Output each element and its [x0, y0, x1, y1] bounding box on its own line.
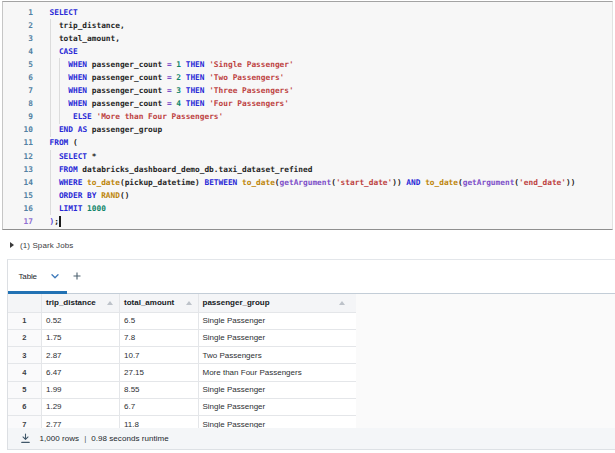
line-number: 4	[3, 45, 33, 58]
code-token-pl: ))	[392, 178, 406, 187]
code-line: FROM databricks_dashboard_demo_db.taxi_d…	[50, 163, 613, 176]
code-token-pl: passenger_group	[87, 125, 162, 134]
code-token-str: 'More than Four Passengers'	[96, 112, 223, 121]
results-table-wrap: trip_distancetotal_amountpassenger_group…	[8, 294, 357, 429]
code-token-pl: ))	[566, 178, 575, 187]
code-token-pl: *	[87, 152, 96, 161]
code-token-kw: END	[59, 125, 73, 134]
code-token-kw: AS	[78, 125, 87, 134]
text-cursor	[59, 216, 60, 227]
column-header-trip_distance[interactable]: trip_distance	[42, 294, 120, 312]
code-token-kw: BETWEEN	[204, 178, 237, 187]
sort-icon[interactable]	[186, 301, 192, 305]
code-line: SELECT	[50, 6, 613, 19]
code-token-fn: to_date	[242, 178, 275, 187]
table-cell: 2.87	[42, 347, 120, 364]
table-cell: Single Passenger	[198, 329, 356, 346]
code-line: LIMIT 1000	[50, 202, 613, 215]
line-number: 15	[3, 189, 33, 202]
column-header-label: passenger_group	[203, 298, 270, 307]
line-number: 10	[3, 123, 33, 136]
line-number: 1	[3, 6, 33, 19]
footer-separator: |	[84, 434, 86, 443]
table-cell: Single Passenger	[198, 381, 356, 398]
code-token-pl: (pickup_datetime)	[120, 178, 205, 187]
code-token-kw: FROM	[59, 165, 78, 174]
code-token-fn: to_date	[425, 178, 458, 187]
chevron-down-icon[interactable]	[51, 274, 59, 279]
column-header-total_amount[interactable]: total_amount	[120, 294, 199, 312]
column-header-label: total_amount	[124, 298, 174, 307]
spark-jobs-toggle[interactable]: (1) Spark Jobs	[0, 241, 73, 250]
code-line: trip_distance,	[50, 19, 613, 32]
code-line: WHEN passenger_count = 2 THEN 'Two Passe…	[50, 71, 613, 84]
line-number: 16	[3, 202, 33, 215]
table-row: 46.4727.15More than Four Passengers	[8, 364, 357, 381]
row-index-cell: 3	[8, 347, 42, 364]
runtime-label: 0.98 seconds runtime	[91, 434, 169, 443]
code-line: FROM (	[50, 136, 613, 149]
code-token-kw: FROM	[50, 138, 69, 147]
code-token-kw: WHEN	[68, 86, 87, 95]
indent-guide	[50, 19, 51, 137]
table-corner-cell	[8, 294, 42, 312]
sql-code-editor[interactable]: 1234567891011121314151617 SELECT trip_di…	[2, 1, 613, 230]
results-table: trip_distancetotal_amountpassenger_group…	[8, 294, 357, 429]
line-number: 14	[3, 176, 33, 189]
table-row: 61.296.7Single Passenger	[8, 398, 357, 415]
collapsed-caret-icon	[10, 242, 14, 248]
spark-jobs-row: (1) Spark Jobs	[0, 232, 615, 260]
table-cell: 6.7	[120, 398, 199, 415]
add-visualization-button[interactable]	[68, 260, 86, 292]
column-header-passenger_group[interactable]: passenger_group	[198, 294, 356, 312]
code-line: WHEN passenger_count = 1 THEN 'Single Pa…	[50, 58, 613, 71]
code-area[interactable]: SELECT trip_distance, total_amount, CASE…	[50, 6, 613, 229]
code-token-kw: WHEN	[68, 99, 87, 108]
code-token-fn: RAND	[101, 191, 120, 200]
code-token-pl: ;	[54, 217, 59, 226]
code-line: ORDER BY RAND()	[50, 189, 613, 202]
row-index-cell: 4	[8, 364, 42, 381]
line-number: 6	[3, 71, 33, 84]
results-footer-text: 1,000 rows | 0.98 seconds runtime	[40, 434, 169, 443]
code-token-pl	[50, 112, 73, 121]
code-token-str: 'Two Passengers'	[209, 73, 284, 82]
table-cell: 27.15	[120, 364, 199, 381]
code-line: total_amount,	[50, 32, 613, 45]
code-token-num: 1000	[87, 204, 106, 213]
code-token-kw: ORDER	[59, 191, 82, 200]
table-row: 10.526.5Single Passenger	[8, 312, 357, 329]
code-token-str: 'Four Passengers'	[209, 99, 289, 108]
sort-icon[interactable]	[107, 301, 113, 305]
table-row: 51.998.55Single Passenger	[8, 381, 357, 398]
results-footer: 1,000 rows | 0.98 seconds runtime	[8, 428, 615, 451]
tab-table[interactable]: Table	[19, 260, 59, 292]
table-cell: More than Four Passengers	[198, 364, 356, 381]
download-results-button[interactable]	[21, 433, 30, 444]
code-token-kw: THEN	[186, 73, 205, 82]
code-token-str: 'start_date'	[336, 178, 392, 187]
code-token-pl: passenger_count	[87, 86, 167, 95]
results-tab-bar: Table	[8, 260, 615, 294]
code-token-kw: WHERE	[59, 178, 82, 187]
sort-icon[interactable]	[339, 301, 345, 305]
column-header-label: trip_distance	[46, 298, 96, 307]
table-background-fill	[356, 294, 615, 429]
table-cell: 8.55	[120, 381, 199, 398]
code-line: ELSE 'More than Four Passengers'	[50, 110, 613, 123]
code-token-kw: WHEN	[68, 73, 87, 82]
table-cell: 6.47	[42, 364, 120, 381]
line-number: 5	[3, 58, 33, 71]
table-row: 32.8710.7Two Passengers	[8, 347, 357, 364]
code-token-kw: LIMIT	[59, 204, 82, 213]
code-token-fn2: getArgument	[463, 178, 515, 187]
code-token-str: 'Single Passenger'	[209, 60, 294, 69]
table-cell: 1.75	[42, 329, 120, 346]
code-token-kw: THEN	[186, 86, 205, 95]
code-token-pl: passenger_count	[87, 99, 167, 108]
code-token-kw: THEN	[186, 99, 205, 108]
line-number: 17	[3, 215, 33, 228]
code-line: SELECT *	[50, 150, 613, 163]
plus-icon	[73, 272, 81, 280]
tab-table-label: Table	[19, 272, 37, 281]
